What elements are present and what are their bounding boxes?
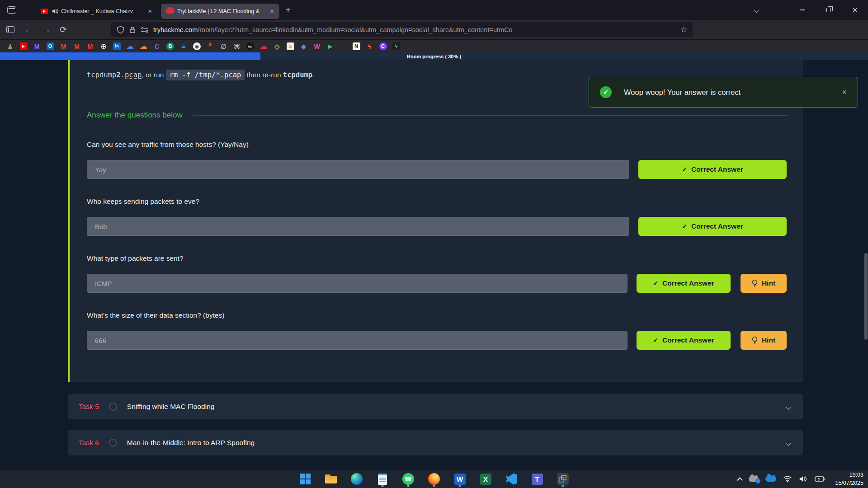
answer-input[interactable] [87,217,629,236]
new-tab-button[interactable]: + [286,5,291,15]
clock[interactable]: 19:03 15/07/2025 [835,471,863,487]
linkedin-icon[interactable]: in [113,42,121,50]
answer-input[interactable] [87,160,629,179]
wandb-icon[interactable]: W [313,42,321,50]
tab-close-icon[interactable]: × [269,7,275,15]
close-button[interactable]: × [842,0,868,20]
starburst-icon[interactable]: * [207,42,214,50]
correct-answer-button[interactable]: ✓ Correct Answer [638,217,787,236]
firefox-button[interactable] [428,472,440,486]
list-tabs-button[interactable] [743,0,769,20]
onedrive-paused-icon[interactable]: i [749,477,759,482]
wifi-icon[interactable] [783,475,792,483]
whatsapp-button[interactable]: ☎ [402,472,415,486]
answer-input[interactable] [87,274,627,293]
tab-chillmaster[interactable]: Chillmaster _ Kudiwa Chaizv × [36,4,157,19]
supabase-bolt-icon[interactable]: ϟ [392,42,400,50]
correct-answer-button[interactable]: ✓ Correct Answer [637,274,731,293]
excel-button[interactable]: X [480,472,492,486]
task-status-circle [109,403,117,411]
notion-icon[interactable]: N [353,42,360,50]
progress-label: Room progress ( 30% ) [0,52,868,60]
gmail-icon[interactable]: M [60,42,67,50]
apple-icon[interactable]: ⌘ [233,42,241,50]
bookmark-star-icon[interactable]: ☆ [680,25,687,34]
check-icon: ✓ [682,223,687,230]
green-cube-icon[interactable]: ◇ [273,42,281,50]
letter-c-icon[interactable]: C [153,42,161,50]
question-text: Who keeps sending packets to eve? [87,197,787,206]
outlook-icon[interactable]: O [47,42,54,50]
chevron-down-icon[interactable] [785,404,791,410]
restore-icon [826,8,831,12]
upwork-icon[interactable]: up [246,42,254,50]
question-block: What's the size of their data section? (… [87,311,787,350]
null-circle-icon[interactable]: ∅ [220,42,227,50]
vscode-button[interactable] [505,472,518,486]
battery-charging-icon[interactable] [815,475,826,483]
lock-icon[interactable] [129,26,136,34]
hint-button[interactable]: Hint [741,331,787,350]
lightbulb-icon [752,336,758,344]
gmail-icon[interactable]: M [73,42,81,50]
site-settings-icon[interactable] [141,27,149,33]
purple-mail-icon[interactable]: M [33,42,41,50]
file-explorer-button[interactable] [325,472,337,486]
edge-button[interactable] [351,472,363,486]
section-heading: Answer the questions below [87,111,183,120]
tryhackme-cloud-icon[interactable]: ☁ [260,42,268,50]
green-play-icon[interactable]: ▶ [326,42,334,50]
start-button[interactable] [299,472,311,486]
url-bar[interactable]: tryhackme.com/room/layer2?utm_source=lin… [111,22,693,37]
chess-pawn-icon[interactable]: ♟ [6,42,14,50]
task-row-6[interactable]: Task 6 Man-in-the-Middle: Intro to ARP S… [68,430,803,455]
person-figure-icon[interactable]: ☺ [287,42,294,50]
volume-icon[interactable] [799,475,808,483]
youtube-icon[interactable]: ▶ [20,42,28,50]
green-b-circle-icon[interactable]: B [166,42,174,50]
blue-shield-icon[interactable]: ◆ [300,42,307,50]
url-text[interactable]: tryhackme.com/room/layer2?utm_source=lin… [153,26,677,33]
canva-icon[interactable]: C [379,42,387,50]
orange-cloud-icon[interactable]: ☁ [140,42,147,50]
list-lines-icon[interactable]: ≡ [180,42,188,50]
microsoft-icon[interactable] [340,43,347,50]
chevron-down-icon [754,7,760,13]
tab-close-icon[interactable]: × [147,7,153,15]
vmware-icon [557,473,569,485]
chevron-down-icon[interactable] [785,440,791,446]
sidebar-toggle-icon[interactable] [6,26,14,33]
web-globe-icon[interactable]: ⊕ [100,42,108,50]
correct-answer-button[interactable]: ✓ Correct Answer [637,331,731,350]
fingerprint-icon[interactable]: ◉ [193,42,201,50]
forward-button[interactable]: → [42,25,51,35]
success-check-icon: ✓ [600,86,612,98]
shield-permissions-icon[interactable] [117,26,124,34]
task-row-5[interactable]: Task 5 Sniffing while MAC Flooding [68,394,803,419]
bookmarks-bar: ♟▶MOMMM⊕in☁☁CB≡◉*∅⌘up☁◇☺◆W▶NϟCϟ [0,40,868,52]
scrollbar-thumb[interactable] [864,253,868,340]
time: 19:03 [835,471,863,479]
word-button[interactable]: W [454,472,466,486]
onedrive-icon[interactable] [765,476,776,482]
teams-button[interactable]: T [531,472,543,486]
answer-input[interactable] [87,331,627,350]
tab-tryhackme[interactable]: TryHackMe | L2 MAC Flooding & × [161,4,279,19]
restore-button[interactable] [816,0,842,20]
correct-answer-button[interactable]: ✓ Correct Answer [638,160,787,179]
onedrive-cloud-icon[interactable]: ☁ [127,42,134,50]
hint-button[interactable]: Hint [741,274,787,293]
tab-audio-icon[interactable] [52,8,58,14]
minimize-button[interactable] [789,0,816,20]
gmail-icon[interactable]: M [86,42,94,50]
pcap-link[interactable]: pcap [125,71,142,79]
question-block: What type of packets are sent? ✓ Correct… [87,254,787,293]
tray-chevron-up-icon[interactable] [737,477,743,483]
toast-close-icon[interactable]: × [842,88,847,97]
reload-button[interactable]: ⟳ [60,24,67,35]
firefox-view-icon[interactable] [7,6,16,14]
notepad-button[interactable] [377,472,389,486]
vmware-button[interactable] [557,472,569,486]
orange-bolt-icon[interactable]: ϟ [366,42,373,50]
back-button[interactable]: ← [24,25,33,35]
